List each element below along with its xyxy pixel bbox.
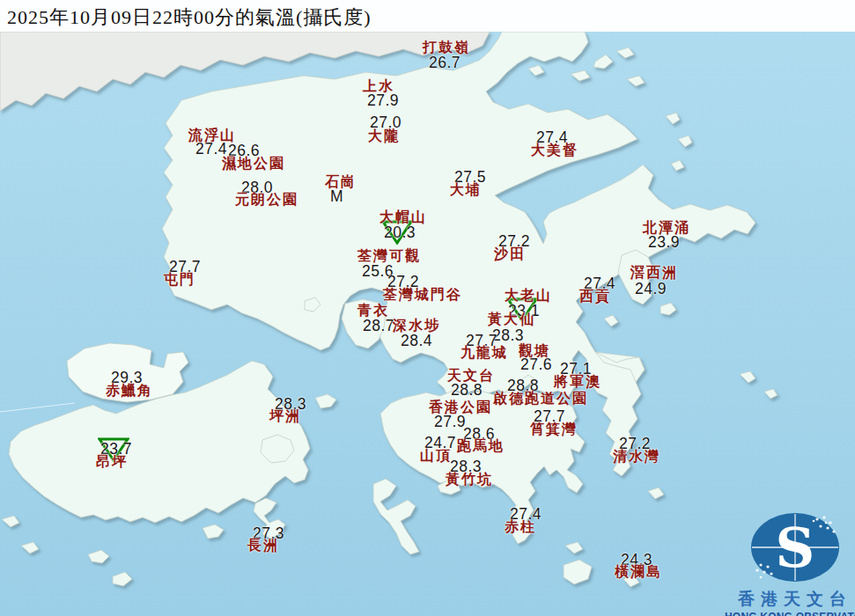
station-label: 大帽山 xyxy=(380,210,427,224)
station-label: 北潭涌 xyxy=(643,221,690,235)
hko-logo-name-en: HONG KONG OBSERVATORY xyxy=(725,611,855,616)
station-label: 清水灣 xyxy=(613,450,660,464)
station-label: 將軍澳 xyxy=(554,375,601,389)
station-temp: 27.4 xyxy=(195,142,227,158)
hko-logo: S 香港天文台 HONG KONG OBSERVATORY xyxy=(725,509,855,616)
station-label: 啟德跑道公園 xyxy=(493,392,588,406)
station-temp: 20.3 xyxy=(384,225,416,241)
station-label: 流浮山 xyxy=(188,128,236,143)
weather-map-screen: 2025年10月09日22時00分的氣溫(攝氏度) 26.7打鼓嶺27.9上水2… xyxy=(0,0,855,616)
station-temp: 26.7 xyxy=(429,55,461,71)
station-label: 長洲 xyxy=(247,539,279,553)
station-label: 跑馬地 xyxy=(457,439,505,453)
hko-logo-name-zh: 香港天文台 xyxy=(725,588,855,611)
station-label: 西貢 xyxy=(579,290,611,304)
svg-text:S: S xyxy=(776,516,815,580)
station-label: 荃灣城門谷 xyxy=(383,288,462,302)
station-label: 青衣 xyxy=(357,304,389,318)
station-label: 打鼓嶺 xyxy=(423,40,470,55)
station-label: 黃竹坑 xyxy=(446,473,493,487)
station-label: 赤柱 xyxy=(505,520,536,534)
hko-logo-icon: S xyxy=(747,509,844,586)
station-label: 滘西洲 xyxy=(630,266,678,280)
station-label: 黃大仙 xyxy=(488,312,535,326)
station-label: 深水埗 xyxy=(393,319,440,333)
station-label: 赤鱲角 xyxy=(106,384,153,398)
title-bar: 2025年10月09日22時00分的氣溫(攝氏度) xyxy=(0,0,855,32)
station-label: 荃灣可觀 xyxy=(357,249,421,263)
station-temp: 28.7 xyxy=(363,319,394,334)
station-temp: 27.9 xyxy=(434,414,466,430)
station-label: 濕地公園 xyxy=(222,157,285,171)
station-label: 大埔 xyxy=(450,183,482,197)
station-label: 橫瀾島 xyxy=(615,565,662,579)
station-temp: 28.8 xyxy=(451,383,483,399)
station-label: 九龍城 xyxy=(461,346,508,360)
station-temp: 23.9 xyxy=(648,235,680,251)
station-temp: 27.9 xyxy=(367,93,399,109)
station-label: 上水 xyxy=(363,79,394,93)
station-temp: 28.4 xyxy=(401,334,432,349)
page-title: 2025年10月09日22時00分的氣溫(攝氏度) xyxy=(7,4,372,31)
station-label: 天文台 xyxy=(447,369,495,383)
station-label: 坪洲 xyxy=(269,409,301,423)
station-label: 筲箕灣 xyxy=(530,422,578,436)
station-label: 沙田 xyxy=(494,247,526,261)
station-label: 山頂 xyxy=(420,449,452,463)
station-label: 屯門 xyxy=(164,273,195,287)
station-label: 石崗 xyxy=(325,175,357,189)
station-label: 觀塘 xyxy=(519,344,550,358)
station-label: 昂坪 xyxy=(96,455,128,469)
station-label: 大老山 xyxy=(505,289,552,303)
station-temp: 27.6 xyxy=(520,357,552,373)
station-label: 大隴 xyxy=(368,129,400,143)
station-temp: 24.9 xyxy=(635,282,667,297)
station-label: 大美督 xyxy=(531,143,579,158)
station-label: 元朗公園 xyxy=(235,193,299,207)
station-label: 香港公園 xyxy=(429,400,492,414)
station-temp: M xyxy=(330,189,343,205)
